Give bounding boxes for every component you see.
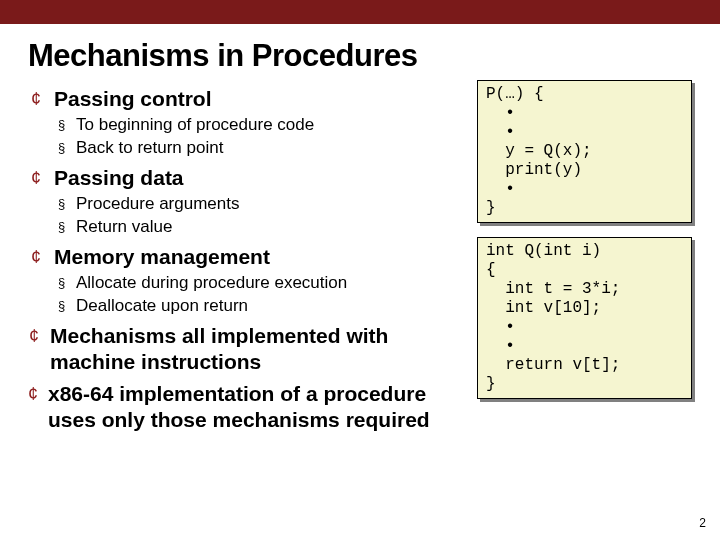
list-item: ¢ Passing data xyxy=(28,165,467,191)
list-subitem: § Return value xyxy=(58,216,467,238)
list-subitem: § Deallocate upon return xyxy=(58,295,467,317)
content-row: ¢ Passing control § To beginning of proc… xyxy=(28,80,692,435)
slide-title: Mechanisms in Procedures xyxy=(28,38,692,74)
heading-text: Mechanisms all implemented with machine … xyxy=(50,323,467,375)
code-block-p: P(…) { • • y = Q(x); print(y) • } xyxy=(477,80,692,223)
subitem-text: Deallocate upon return xyxy=(76,295,248,317)
subitem-text: Return value xyxy=(76,216,172,238)
heading-text: Passing control xyxy=(54,86,212,112)
list-item: ¢ Memory management xyxy=(28,244,467,270)
list-subitem: § Back to return point xyxy=(58,137,467,159)
hollow-circle-icon: ¢ xyxy=(28,244,44,270)
square-bullet-icon: § xyxy=(58,114,68,136)
page-number: 2 xyxy=(699,516,706,530)
subitem-text: Back to return point xyxy=(76,137,223,159)
subitem-text: Procedure arguments xyxy=(76,193,239,215)
heading-text: Memory management xyxy=(54,244,270,270)
square-bullet-icon: § xyxy=(58,216,68,238)
header-bar xyxy=(0,0,720,24)
square-bullet-icon: § xyxy=(58,137,68,159)
square-bullet-icon: § xyxy=(58,295,68,317)
slide-body: Mechanisms in Procedures ¢ Passing contr… xyxy=(0,24,720,435)
heading-text: Passing data xyxy=(54,165,184,191)
square-bullet-icon: § xyxy=(58,272,68,294)
hollow-circle-icon: ¢ xyxy=(28,165,44,191)
list-subitem: § To beginning of procedure code xyxy=(58,114,467,136)
code-block-q: int Q(int i) { int t = 3*i; int v[10]; •… xyxy=(477,237,692,399)
square-bullet-icon: § xyxy=(58,193,68,215)
subitem-text: Allocate during procedure execution xyxy=(76,272,347,294)
list-item: ¢ Mechanisms all implemented with machin… xyxy=(28,323,467,375)
hollow-circle-icon: ¢ xyxy=(28,86,44,112)
subitem-text: To beginning of procedure code xyxy=(76,114,314,136)
heading-text: x86-64 implementation of a procedure use… xyxy=(48,381,467,433)
list-subitem: § Allocate during procedure execution xyxy=(58,272,467,294)
hollow-circle-icon: ¢ xyxy=(28,381,38,407)
list-subitem: § Procedure arguments xyxy=(58,193,467,215)
list-item: ¢ x86-64 implementation of a procedure u… xyxy=(28,381,467,433)
code-column: P(…) { • • y = Q(x); print(y) • } int Q(… xyxy=(477,80,692,435)
hollow-circle-icon: ¢ xyxy=(28,323,40,349)
list-item: ¢ Passing control xyxy=(28,86,467,112)
bullet-list: ¢ Passing control § To beginning of proc… xyxy=(28,80,467,435)
